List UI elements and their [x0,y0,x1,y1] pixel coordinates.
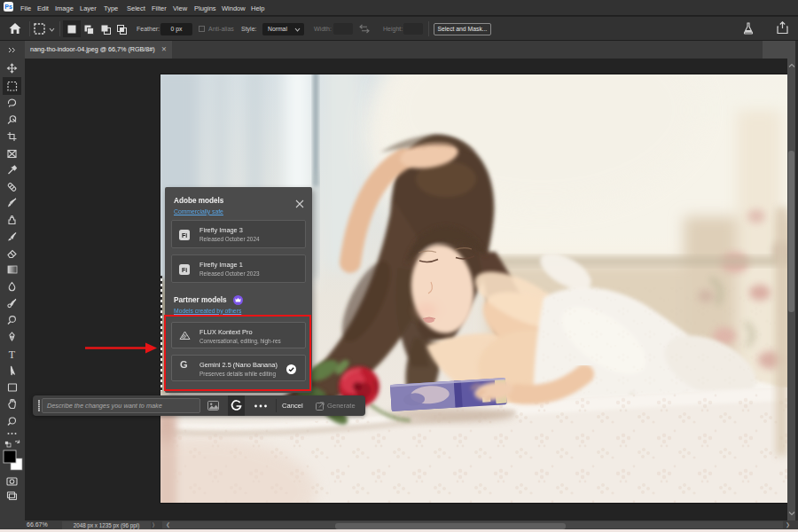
svg-text:T: T [9,348,16,361]
svg-text:Fi: Fi [182,232,187,239]
svg-text:Fi: Fi [182,267,187,273]
